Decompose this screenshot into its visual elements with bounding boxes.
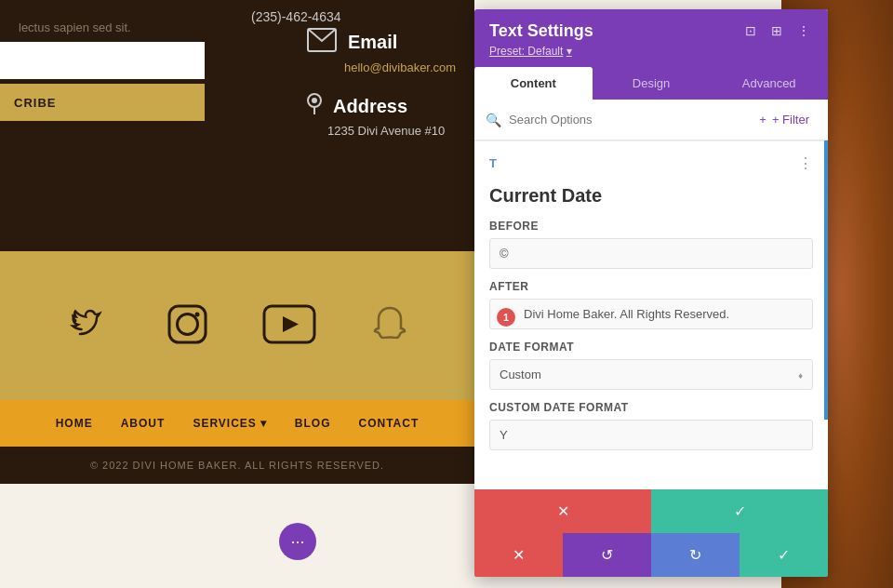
filter-button[interactable]: + + Filter — [752, 109, 817, 130]
before-label: Before — [489, 220, 813, 233]
instagram-icon[interactable] — [162, 299, 213, 354]
email-input-box — [0, 42, 205, 79]
cancel-button[interactable]: ✕ — [474, 489, 651, 533]
footer-text: lectus sapien sed sit. — [0, 9, 223, 47]
preset-selector[interactable]: Preset: Default ▾ — [489, 45, 813, 58]
responsive-icon[interactable]: ⊡ — [742, 20, 759, 41]
twitter-icon[interactable] — [61, 299, 113, 354]
filter-plus-icon: + — [759, 113, 766, 127]
search-bar: 🔍 + + Filter — [474, 100, 828, 140]
tab-design[interactable]: Design — [593, 67, 711, 100]
toolbar-save-button[interactable]: ✓ — [740, 533, 828, 577]
toolbar-redo-icon: ↻ — [689, 546, 701, 564]
dots-icon: ··· — [290, 532, 304, 552]
toolbar-cancel-button[interactable]: ✕ — [474, 533, 563, 577]
filter-label: + Filter — [772, 113, 809, 127]
panel-content-area: T ⋮ Current Date Before After 1 Date For… — [474, 140, 828, 489]
address-text: 1235 Divi Avenue #10 — [327, 124, 445, 138]
tab-content[interactable]: Content — [474, 67, 593, 100]
preset-label: Preset: Default — [489, 45, 563, 58]
copyright-bar: © 2022 DIVI HOME BAKER. ALL RIGHTS RESER… — [0, 447, 474, 484]
before-input[interactable] — [489, 238, 813, 269]
toolbar-save-icon: ✓ — [778, 546, 790, 564]
toolbar-undo-button[interactable]: ↺ — [563, 533, 651, 577]
email-label: Email — [348, 32, 397, 53]
svg-point-5 — [177, 314, 197, 334]
date-format-select-wrapper: Custom Default F j, Y m/d/Y Y-m-d ⬧ — [489, 359, 813, 390]
current-date-section: T ⋮ Current Date Before After 1 Date For… — [474, 140, 828, 474]
cancel-icon: ✕ — [557, 503, 569, 519]
after-label: After — [489, 280, 813, 293]
social-media-section — [0, 251, 474, 400]
custom-format-label: Custom Date Format — [489, 401, 813, 414]
nav-blog[interactable]: BLOG — [295, 417, 331, 430]
copyright-text: © 2022 DIVI HOME BAKER. ALL RIGHTS RESER… — [90, 460, 384, 471]
section-more-icon[interactable]: ⋮ — [798, 154, 813, 172]
columns-icon[interactable]: ⊞ — [768, 20, 785, 41]
youtube-icon[interactable] — [261, 303, 317, 349]
action-buttons: ✕ ✓ — [474, 489, 828, 533]
panel-title: Text Settings — [489, 21, 593, 41]
panel-tabs: Content Design Advanced — [474, 67, 828, 100]
address-icon — [307, 93, 322, 115]
svg-marker-8 — [283, 316, 299, 332]
current-date-title: Current Date — [489, 185, 813, 207]
address-section: Address 1235 Divi Avenue #10 — [307, 93, 445, 138]
after-input[interactable] — [489, 299, 813, 329]
address-label: Address — [333, 96, 407, 117]
confirm-button[interactable]: ✓ — [651, 489, 828, 533]
section-indicator: T — [489, 156, 497, 170]
search-input[interactable] — [509, 113, 744, 127]
subscribe-button[interactable]: CRIBE — [0, 84, 205, 121]
svg-point-2 — [312, 98, 317, 103]
preset-arrow: ▾ — [566, 45, 572, 58]
confirm-icon: ✓ — [734, 503, 746, 519]
toolbar-redo-button[interactable]: ↻ — [651, 533, 740, 577]
toolbar-cancel-icon: ✕ — [513, 546, 525, 564]
svg-rect-4 — [169, 306, 206, 342]
nav-about[interactable]: ABOUT — [121, 417, 166, 430]
email-icon — [307, 28, 337, 52]
nav-home[interactable]: HOME — [56, 417, 93, 430]
email-address: hello@divibaker.com — [344, 60, 456, 74]
nav-contact[interactable]: CONTACT — [359, 417, 420, 430]
footer-dark-section: lectus sapien sed sit. CRIBE (235)-462-4… — [0, 0, 474, 288]
date-format-select[interactable]: Custom Default F j, Y m/d/Y Y-m-d — [489, 359, 813, 390]
subscribe-label: CRIBE — [14, 96, 56, 110]
panel-header: Text Settings ⊡ ⊞ ⋮ Preset: Default ▾ — [474, 9, 828, 67]
panel-header-icons: ⊡ ⊞ ⋮ — [742, 20, 813, 41]
tab-advanced[interactable]: Advanced — [710, 67, 828, 100]
svg-point-6 — [194, 312, 199, 316]
text-settings-panel: Text Settings ⊡ ⊞ ⋮ Preset: Default ▾ Co… — [474, 9, 828, 577]
more-options-icon[interactable]: ⋮ — [794, 20, 813, 41]
email-section: Email hello@divibaker.com — [307, 28, 456, 74]
nav-services[interactable]: SERVICES ▾ — [193, 417, 266, 430]
date-format-label: Date Format — [489, 341, 813, 354]
custom-format-input[interactable] — [489, 420, 813, 450]
after-field-wrapper: 1 — [489, 299, 813, 341]
search-icon: 🔍 — [486, 113, 501, 127]
dots-menu-button[interactable]: ··· — [279, 523, 316, 560]
toolbar-undo-icon: ↺ — [601, 546, 613, 564]
snapchat-icon[interactable] — [367, 301, 413, 351]
bottom-toolbar: ✕ ↺ ↻ ✓ — [474, 533, 828, 577]
white-area — [0, 495, 474, 588]
field-badge: 1 — [497, 308, 515, 327]
navigation-bar: HOME ABOUT SERVICES ▾ BLOG CONTACT — [0, 400, 474, 447]
chevron-down-icon: ▾ — [260, 417, 267, 430]
